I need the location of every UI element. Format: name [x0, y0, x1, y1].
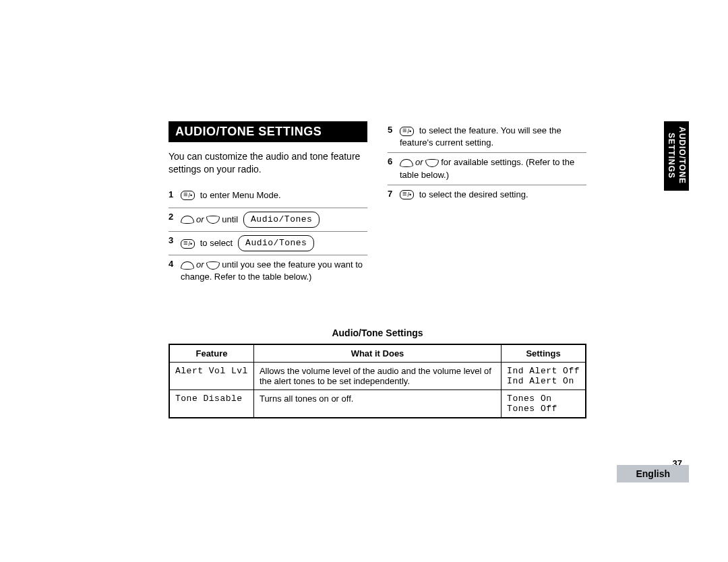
- step-text: to select the desired setting.: [400, 189, 528, 201]
- or-label: or: [196, 259, 204, 270]
- menu-select-icon: [181, 191, 195, 200]
- up-icon: [400, 159, 413, 167]
- step-row: 3 to selectAudio/Tones: [169, 232, 367, 255]
- right-column: 5 to select the feature. You will see th…: [388, 121, 586, 287]
- step-body: or until you see the feature you want to…: [181, 259, 367, 283]
- display-box: Audio/Tones: [243, 212, 320, 228]
- step-row: 1 to enter Menu Mode.: [169, 186, 367, 208]
- cell-feature: Tone Disable: [169, 389, 253, 418]
- down-icon: [425, 159, 439, 167]
- step-row: 2or untilAudio/Tones: [169, 208, 367, 232]
- step-text: or until you see the feature you want to…: [181, 259, 367, 283]
- th-feature: Feature: [169, 344, 253, 363]
- cell-settings: Tones OnTones Off: [502, 389, 586, 418]
- step-row: 4or until you see the feature you want t…: [169, 255, 367, 286]
- step-body: or untilAudio/Tones: [181, 212, 367, 228]
- step-row: 5 to select the feature. You will see th…: [388, 121, 586, 153]
- step-number: 3: [169, 235, 181, 245]
- table-row: Tone DisableTurns all tones on or off.To…: [169, 389, 586, 418]
- down-icon: [206, 216, 220, 224]
- step-number: 1: [169, 189, 181, 199]
- cell-feature: Alert Vol Lvl: [169, 362, 253, 389]
- step-body: to enter Menu Mode.: [181, 189, 367, 201]
- step-row: 7 to select the desired setting.: [388, 185, 586, 207]
- steps-left: 1 to enter Menu Mode.2or untilAudio/Tone…: [169, 186, 367, 287]
- menu-select-icon: [400, 190, 414, 199]
- features-table: Feature What it Does Settings Alert Vol …: [169, 344, 586, 418]
- up-icon: [181, 216, 194, 224]
- step-number: 7: [388, 189, 400, 199]
- step-body: to select the desired setting.: [400, 189, 586, 201]
- side-tab: AUDIO/TONE SETTINGS: [664, 121, 689, 191]
- or-label: or: [196, 214, 204, 224]
- menu-select-icon: [181, 239, 195, 249]
- th-settings: Settings: [502, 344, 586, 363]
- table-row: Alert Vol LvlAllows the volume level of …: [169, 362, 586, 389]
- menu-select-icon: [400, 127, 414, 136]
- step-text: or for available settings. (Refer to the…: [400, 156, 586, 181]
- step-text: to enter Menu Mode.: [181, 189, 281, 201]
- or-label: or: [415, 157, 423, 167]
- cell-settings: Ind Alert OffInd Alert On: [502, 362, 586, 389]
- step-row: 6or for available settings. (Refer to th…: [388, 153, 586, 185]
- section-heading: AUDIO/TONE SETTINGS: [169, 121, 367, 142]
- left-column: AUDIO/TONE SETTINGS You can customize th…: [169, 121, 367, 287]
- step-text: to select: [181, 237, 233, 249]
- step-number: 6: [388, 156, 400, 166]
- step-number: 2: [169, 212, 181, 222]
- step-body: to selectAudio/Tones: [181, 235, 367, 251]
- step-body: to select the feature. You will see the …: [400, 125, 586, 149]
- table-title: Audio/Tone Settings: [169, 327, 586, 338]
- display-box: Audio/Tones: [238, 235, 314, 251]
- step-text: to select the feature. You will see the …: [400, 125, 586, 149]
- settings-table-section: Audio/Tone Settings Feature What it Does…: [169, 327, 586, 418]
- step-body: or for available settings. (Refer to the…: [400, 156, 586, 181]
- step-number: 4: [169, 259, 181, 269]
- cell-desc: Allows the volume level of the audio and…: [253, 362, 501, 389]
- step-text: or until: [181, 214, 238, 226]
- cell-desc: Turns all tones on or off.: [253, 389, 501, 418]
- down-icon: [206, 261, 220, 270]
- step-number: 5: [388, 125, 400, 135]
- language-tab: English: [617, 465, 689, 482]
- th-desc: What it Does: [253, 344, 501, 363]
- up-icon: [181, 261, 194, 270]
- steps-right: 5 to select the feature. You will see th…: [388, 121, 586, 207]
- intro-text: You can customize the audio and tone fea…: [169, 150, 367, 176]
